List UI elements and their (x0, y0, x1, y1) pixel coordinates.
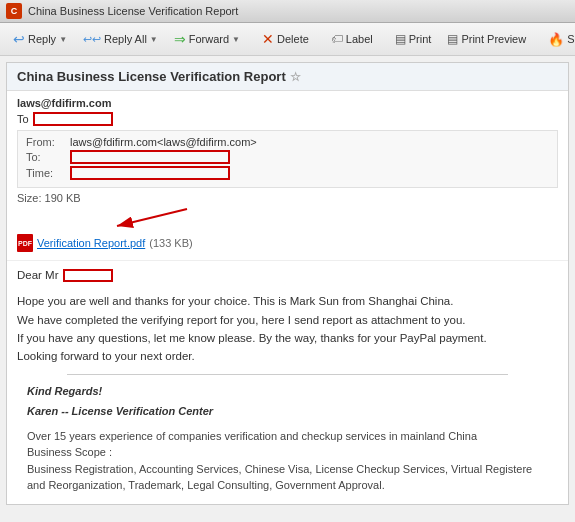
reply-all-icon: ↩↩ (83, 33, 101, 46)
meta-time-row: Time: (26, 166, 549, 180)
sig-regards: Kind Regards! (27, 383, 548, 400)
sender-email: laws@fdifirm.com (17, 97, 111, 109)
meta-to-redacted-box (70, 150, 230, 164)
forward-label: Forward (189, 33, 229, 45)
reply-icon: ↩ (13, 31, 25, 47)
sender-line: laws@fdifirm.com (17, 97, 558, 109)
body-text: Hope you are well and thanks for your ch… (17, 295, 487, 362)
reply-dropdown-arrow[interactable]: ▼ (59, 35, 67, 44)
label-button[interactable]: 🏷 Label (324, 28, 380, 50)
to-line: To (17, 112, 558, 126)
toolbar: ↩ Reply ▼ ↩↩ Reply All ▼ ⇒ Forward ▼ ✕ D… (0, 23, 575, 56)
to-redacted-box (33, 112, 113, 126)
dear-redacted-box (63, 269, 113, 282)
pdf-icon: PDF (17, 234, 33, 252)
print-icon: ▤ (395, 32, 406, 46)
dear-line: Dear Mr (17, 267, 558, 284)
delete-button[interactable]: ✕ Delete (255, 27, 316, 51)
dear-prefix: Dear Mr (17, 267, 59, 284)
size-label: Size: (17, 192, 41, 204)
meta-time-label: Time: (26, 167, 66, 179)
label-label: Label (346, 33, 373, 45)
sig-promo: Over 15 years experience of companies ve… (27, 428, 548, 494)
reply-all-dropdown-arrow[interactable]: ▼ (150, 35, 158, 44)
spam-button[interactable]: 🔥 Spam (541, 28, 575, 51)
spam-label: Spam (567, 33, 575, 45)
svg-line-1 (117, 209, 187, 226)
promo-line2: Business Scope : (27, 446, 112, 458)
label-icon: 🏷 (331, 32, 343, 46)
email-body: Dear Mr Hope you are well and thanks for… (7, 261, 568, 504)
arrow-annotation (27, 204, 558, 232)
sig-name: Karen -- License Verification Center (27, 403, 548, 420)
print-preview-label: Print Preview (461, 33, 526, 45)
meta-to-row: To: (26, 150, 549, 164)
star-icon[interactable]: ☆ (290, 70, 301, 84)
from-value: laws@fdifirm.com<laws@fdifirm.com> (70, 136, 257, 148)
attachment-name[interactable]: Verification Report.pdf (37, 237, 145, 249)
app-icon: C (6, 3, 22, 19)
size-value: 190 KB (45, 192, 81, 204)
meta-to-label: To: (26, 151, 66, 163)
meta-time-redacted-box (70, 166, 230, 180)
delete-icon: ✕ (262, 31, 274, 47)
email-title-bar: China Business License Verification Repo… (7, 63, 568, 91)
reply-all-button[interactable]: ↩↩ Reply All ▼ (76, 29, 165, 50)
signature-divider (67, 374, 508, 375)
signature-block: Kind Regards! Karen -- License Verificat… (17, 383, 558, 494)
email-subject: China Business License Verification Repo… (17, 69, 286, 84)
email-area: China Business License Verification Repo… (6, 62, 569, 505)
to-label: To (17, 113, 29, 125)
promo-line1: Over 15 years experience of companies ve… (27, 430, 477, 442)
forward-icon: ⇒ (174, 31, 186, 47)
size-line: Size: 190 KB (17, 192, 558, 204)
body-paragraph: Hope you are well and thanks for your ch… (17, 292, 558, 366)
reply-button[interactable]: ↩ Reply ▼ (6, 27, 74, 51)
forward-button[interactable]: ⇒ Forward ▼ (167, 27, 247, 51)
spam-icon: 🔥 (548, 32, 564, 47)
print-button[interactable]: ▤ Print (388, 28, 439, 50)
promo-line3: Business Registration, Accounting Servic… (27, 463, 532, 475)
forward-dropdown-arrow[interactable]: ▼ (232, 35, 240, 44)
attachment-row: PDF Verification Report.pdf (133 KB) (17, 232, 558, 254)
promo-line4: and Reorganization, Trademark, Legal Con… (27, 479, 385, 491)
attachment-size: (133 KB) (149, 237, 192, 249)
email-header: laws@fdifirm.com To From: laws@fdifirm.c… (7, 91, 568, 261)
print-preview-icon: ▤ (447, 32, 458, 46)
print-label: Print (409, 33, 432, 45)
print-preview-button[interactable]: ▤ Print Preview (440, 28, 533, 50)
window-title: China Business License Verification Repo… (28, 5, 238, 17)
reply-all-label: Reply All (104, 33, 147, 45)
meta-section: From: laws@fdifirm.com<laws@fdifirm.com>… (17, 130, 558, 188)
title-bar: C China Business License Verification Re… (0, 0, 575, 23)
from-row: From: laws@fdifirm.com<laws@fdifirm.com> (26, 136, 549, 148)
reply-label: Reply (28, 33, 56, 45)
from-label: From: (26, 136, 66, 148)
red-arrow-svg (87, 204, 267, 232)
delete-label: Delete (277, 33, 309, 45)
